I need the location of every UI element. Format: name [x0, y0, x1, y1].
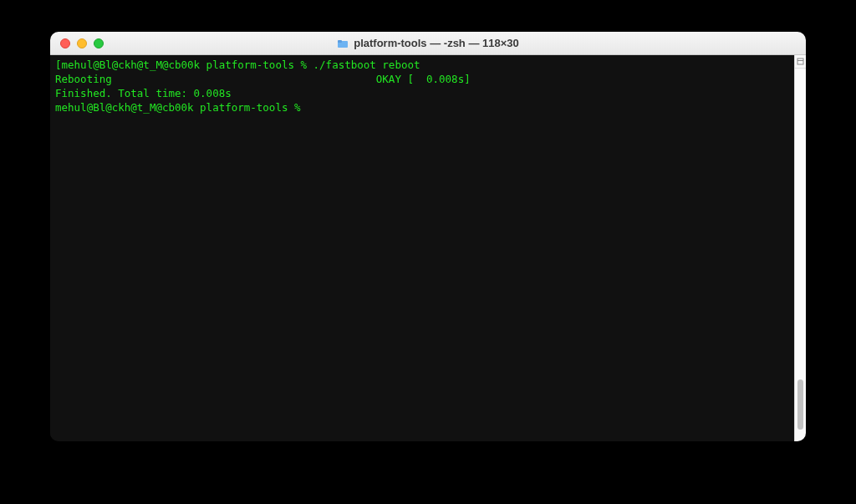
folder-icon	[337, 38, 349, 49]
title-wrap: platform-tools — -zsh — 118×30	[50, 32, 806, 54]
minimize-button[interactable]	[77, 38, 87, 48]
svg-rect-0	[338, 41, 348, 48]
cursor	[307, 102, 313, 114]
terminal-line: [mehul@Bl@ckh@t_M@cb00k platform-tools %…	[55, 59, 801, 73]
titlebar[interactable]: platform-tools — -zsh — 118×30	[50, 32, 806, 55]
scrollbar[interactable]	[794, 55, 806, 441]
svg-rect-1	[338, 40, 342, 43]
terminal-prompt: mehul@Bl@ckh@t_M@cb00k platform-tools %	[55, 101, 801, 115]
close-button[interactable]	[60, 38, 70, 48]
maximize-button[interactable]	[94, 38, 104, 48]
traffic-lights	[60, 38, 104, 48]
svg-rect-2	[797, 59, 803, 64]
terminal-line: Rebooting OKAY [ 0.008s]	[55, 73, 801, 87]
window-title: platform-tools — -zsh — 118×30	[354, 37, 519, 49]
scrollbar-pager-icon[interactable]	[795, 55, 806, 69]
prompt-text: mehul@Bl@ckh@t_M@cb00k platform-tools %	[55, 101, 307, 114]
terminal-window: platform-tools — -zsh — 118×30 [mehul@Bl…	[50, 32, 806, 441]
terminal-line: Finished. Total time: 0.008s	[55, 87, 801, 101]
terminal-body[interactable]: [mehul@Bl@ckh@t_M@cb00k platform-tools %…	[50, 55, 806, 441]
scrollbar-thumb[interactable]	[797, 379, 803, 430]
